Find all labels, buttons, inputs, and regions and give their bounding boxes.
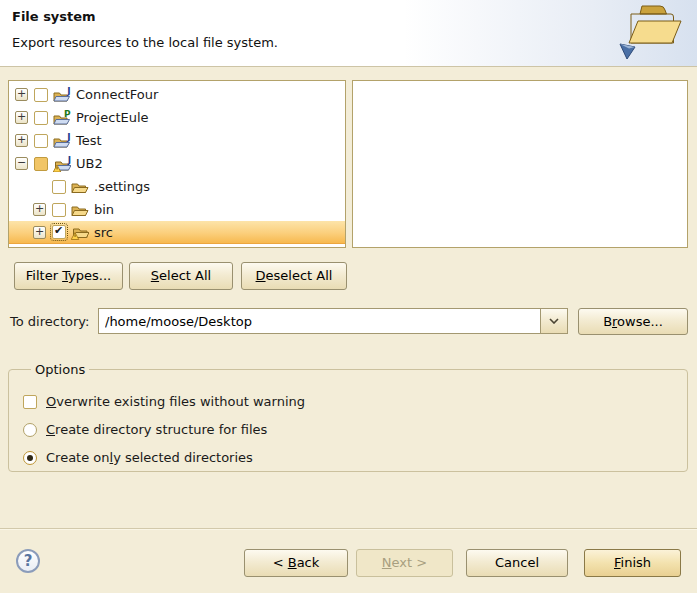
footer-divider [0, 528, 697, 530]
directory-dropdown-button[interactable] [540, 309, 567, 333]
overwrite-label: Overwrite existing files without warning [46, 394, 305, 409]
folder-icon [71, 202, 89, 218]
tree-expander-icon[interactable]: + [15, 111, 28, 124]
tree-row[interactable]: + src [9, 221, 345, 244]
tree-checkbox[interactable] [34, 111, 48, 125]
create-structure-radio[interactable] [23, 423, 37, 437]
tree-checkbox[interactable] [34, 88, 48, 102]
tree-row[interactable]: + ProjectEule [9, 106, 345, 129]
create-structure-option: Create directory structure for files [23, 416, 687, 443]
tree-item-label: UB2 [76, 156, 103, 171]
finish-button[interactable]: Finish [584, 549, 681, 577]
wizard-header: File system Export resources to the loca… [0, 0, 697, 67]
project-p-icon [53, 110, 71, 126]
export-wizard-dialog: File system Export resources to the loca… [0, 0, 697, 593]
tree-item-label: .settings [94, 179, 150, 194]
java-project-warning-icon [53, 156, 71, 172]
page-subtitle: Export resources to the local file syste… [12, 35, 278, 50]
select-all-button[interactable]: Select All [129, 262, 233, 290]
tree-item-label: src [94, 225, 113, 240]
java-project-icon [53, 87, 71, 103]
create-structure-label: Create directory structure for files [46, 422, 267, 437]
file-list-panel[interactable] [352, 80, 688, 248]
tree-expander-icon[interactable]: − [15, 157, 28, 170]
options-legend: Options [31, 362, 89, 377]
question-mark-icon: ? [24, 552, 33, 570]
tree-item-label: bin [94, 202, 114, 217]
overwrite-checkbox[interactable] [23, 395, 37, 409]
page-title: File system [12, 9, 96, 24]
chevron-down-icon [549, 318, 559, 324]
tree-expander-icon[interactable]: + [33, 203, 46, 216]
tree-checkbox[interactable] [52, 225, 66, 239]
to-directory-label: To directory: [10, 314, 89, 329]
tree-row[interactable]: + ConnectFour [9, 83, 345, 106]
tree-item-label: ProjectEule [76, 110, 149, 125]
cancel-button[interactable]: Cancel [466, 549, 568, 577]
back-button[interactable]: < Back [244, 549, 348, 577]
options-group: Options Overwrite existing files without… [8, 362, 688, 472]
deselect-all-button[interactable]: Deselect All [241, 262, 347, 290]
tree-row[interactable]: + Test [9, 129, 345, 152]
tree-expander-icon[interactable]: + [15, 88, 28, 101]
tree-row[interactable]: + bin [9, 198, 345, 221]
create-selected-option: Create only selected directories [23, 444, 687, 471]
folder-icon [71, 179, 89, 195]
next-button: Next > [356, 549, 453, 577]
tree-checkbox[interactable] [34, 157, 48, 171]
tree-checkbox[interactable] [52, 180, 66, 194]
java-project-icon [53, 133, 71, 149]
folder-warning-icon [71, 224, 89, 240]
tree-item-label: Test [76, 133, 102, 148]
help-button[interactable]: ? [16, 549, 40, 573]
tree-expander-icon[interactable]: + [15, 134, 28, 147]
directory-input[interactable] [99, 309, 540, 333]
create-selected-radio[interactable] [23, 451, 37, 465]
resource-tree: + ConnectFour + ProjectEule + Test − UB2 [8, 80, 346, 248]
create-selected-label: Create only selected directories [46, 450, 253, 465]
tree-row[interactable]: − UB2 [9, 152, 345, 175]
overwrite-option: Overwrite existing files without warning [23, 388, 687, 415]
tree-checkbox[interactable] [34, 134, 48, 148]
tree-item-label: ConnectFour [76, 87, 158, 102]
tree-row[interactable]: .settings [9, 175, 345, 198]
directory-combo [98, 308, 568, 334]
tree-expander-icon[interactable]: + [33, 226, 46, 239]
tree-checkbox[interactable] [52, 203, 66, 217]
export-folder-icon [615, 1, 687, 65]
filter-types-button[interactable]: Filter Types... [14, 262, 123, 290]
browse-button[interactable]: Browse... [578, 308, 688, 335]
